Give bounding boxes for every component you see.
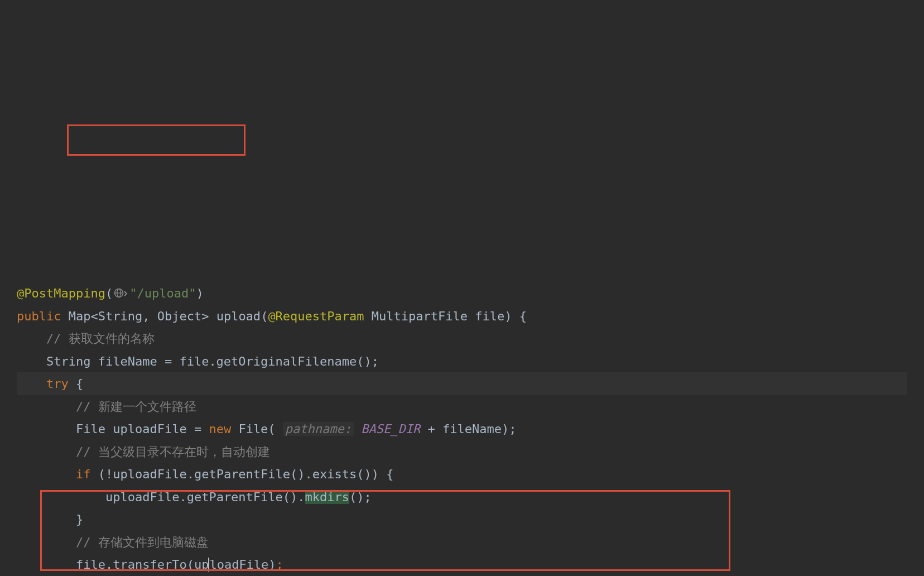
inline-hint: pathname: xyxy=(283,422,354,436)
code-editor[interactable]: @PostMapping("/upload") public Map<Strin… xyxy=(17,102,907,576)
code-line-1: @PostMapping("/upload") xyxy=(17,286,204,300)
code-line-11: } xyxy=(17,512,83,526)
code-line-5: try { xyxy=(17,377,83,391)
code-line-10: uploadFile.getParentFile().mkdirs(); xyxy=(17,490,372,504)
code-line-4: String fileName = file.getOriginalFilena… xyxy=(17,354,379,368)
highlight-box-return-type xyxy=(67,124,246,156)
globe-icon xyxy=(114,288,128,298)
code-line-13: file.transferTo(uploadFile); xyxy=(17,558,283,572)
code-line-6: // 新建一个文件路径 xyxy=(17,400,196,414)
code-line-8: // 当父级目录不存在时，自动创建 xyxy=(17,445,270,459)
code-line-2: public Map<String, Object> upload(@Reque… xyxy=(17,309,527,323)
code-line-9: if (!uploadFile.getParentFile().exists()… xyxy=(17,467,394,481)
code-line-12: // 存储文件到电脑磁盘 xyxy=(17,535,209,549)
code-line-3: // 获取文件的名称 xyxy=(17,332,155,345)
code-line-7: File uploadFile = new File( pathname: BA… xyxy=(17,422,516,436)
